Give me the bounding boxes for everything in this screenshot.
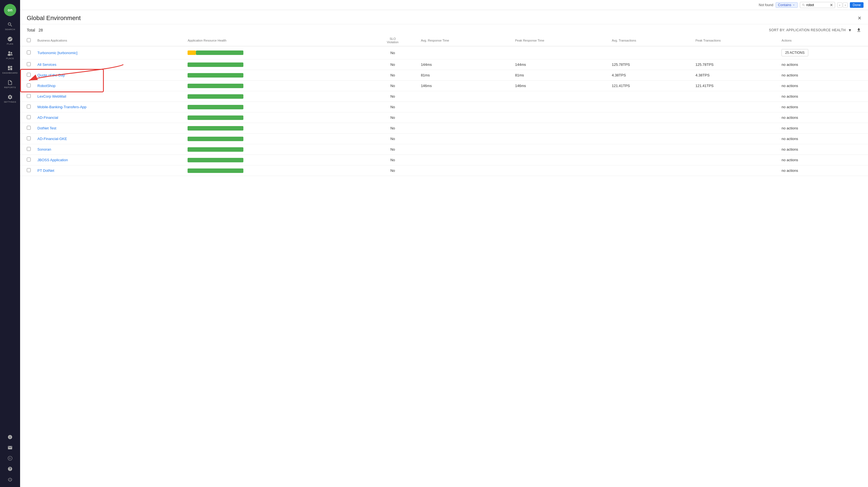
row-checkbox[interactable] [27, 115, 31, 119]
table-controls: Total 28 SORT BY: APPLICATION RESOURCE H… [20, 24, 868, 35]
peak-transactions [692, 123, 778, 134]
sort-controls: SORT BY: APPLICATION RESOURCE HEALTH ▼ [769, 28, 861, 33]
row-checkbox[interactable] [27, 84, 31, 87]
sidebar-item-plan-label: PLAN [7, 43, 13, 45]
app-name-link[interactable]: Mobile-Banking-Transfers-App [37, 105, 87, 109]
row-checkbox[interactable] [27, 105, 31, 108]
avg-response-time: 144ms [417, 59, 512, 70]
sidebar-power[interactable] [7, 475, 12, 484]
actions-button[interactable]: 25 ACTIONS [781, 49, 808, 56]
table-container: Business Applications Application Resour… [20, 35, 868, 487]
select-all-checkbox[interactable] [27, 38, 31, 42]
not-found-label: Not found [759, 3, 773, 7]
avg-response-time [417, 123, 512, 134]
next-result-button[interactable]: › [843, 2, 848, 7]
sidebar: on SEARCH PLAN PLACE DASHBOARD REPORTS S… [0, 0, 20, 487]
app-name-link[interactable]: AD-Financial [37, 116, 58, 120]
slo-violation: No [368, 70, 417, 80]
table-row: DotNet TestNono actions [20, 123, 868, 134]
search-input[interactable] [806, 3, 829, 7]
contains-dropdown-icon [793, 4, 795, 6]
app-name-link[interactable]: All Services [37, 63, 56, 67]
health-bar-green [196, 51, 243, 55]
row-checkbox[interactable] [27, 62, 31, 66]
app-name-link[interactable]: JBOSS Application [37, 158, 68, 162]
actions-cell: no actions [778, 91, 868, 102]
row-checkbox[interactable] [27, 73, 31, 77]
health-bar-container [188, 63, 249, 67]
peak-response-time [512, 165, 609, 176]
sidebar-item-settings[interactable]: SETTINGS [0, 92, 20, 106]
row-checkbox[interactable] [27, 126, 31, 130]
col-peak-response: Peak Response Time [512, 35, 609, 46]
col-peak-transactions: Peak Transactions [692, 35, 778, 46]
sidebar-mail[interactable] [7, 443, 12, 452]
health-bar-green [188, 147, 243, 152]
actions-cell: no actions [778, 102, 868, 112]
peak-response-time: 144ms [512, 59, 609, 70]
row-checkbox[interactable] [27, 147, 31, 151]
avg-response-time [417, 134, 512, 144]
row-checkbox[interactable] [27, 94, 31, 98]
app-name-link[interactable]: DotNet Test [37, 126, 56, 130]
contains-filter[interactable]: Contains [776, 2, 798, 8]
sidebar-item-search[interactable]: SEARCH [0, 19, 20, 33]
search-box[interactable]: ✕ [800, 2, 835, 8]
sidebar-item-plan[interactable]: PLAN [0, 33, 20, 48]
close-button[interactable]: × [858, 14, 861, 22]
app-name-link[interactable]: LexCorp WebMail [37, 94, 66, 98]
avg-transactions [609, 46, 692, 59]
actions-cell[interactable]: 25 ACTIONS [778, 46, 868, 59]
actions-cell: no actions [778, 165, 868, 176]
sidebar-item-reports[interactable]: REPORTS [0, 77, 20, 92]
row-checkbox[interactable] [27, 168, 31, 172]
logo-text: on [7, 8, 12, 12]
app-name-link[interactable]: Turbonomic [turbonomic] [37, 51, 77, 55]
avg-transactions: 4.38TPS [609, 70, 692, 80]
avg-transactions [609, 134, 692, 144]
app-name-link[interactable]: PT DotNet [37, 168, 54, 173]
health-bar-container [188, 158, 249, 162]
row-checkbox[interactable] [27, 136, 31, 140]
sidebar-item-dashboard[interactable]: DASHBOARD [0, 63, 20, 77]
peak-response-time [512, 155, 609, 165]
svg-text:G: G [9, 457, 10, 460]
row-checkbox[interactable] [27, 158, 31, 162]
prev-result-button[interactable]: ‹ [837, 2, 842, 7]
app-name-link[interactable]: Quote of the Day [37, 73, 65, 77]
sidebar-logo[interactable]: on [4, 4, 16, 16]
peak-transactions [692, 112, 778, 123]
sort-direction-icon[interactable]: ▼ [848, 28, 852, 32]
page-title: Global Environment [27, 14, 81, 22]
app-name-link[interactable]: Sonoran [37, 147, 51, 152]
google-icon: G [7, 456, 12, 461]
health-bar-green [188, 84, 243, 88]
avg-response-time [417, 46, 512, 59]
sidebar-help[interactable] [7, 464, 12, 474]
avg-transactions: 125.78TPS [609, 59, 692, 70]
mail-icon [7, 445, 12, 450]
health-bar-green [188, 158, 243, 162]
plan-icon [7, 36, 13, 42]
app-name-link[interactable]: RobotShop [37, 84, 56, 88]
sidebar-google[interactable]: G [7, 454, 12, 463]
row-checkbox[interactable] [27, 51, 31, 54]
table-row: Quote of the DayNo81ms81ms4.38TPS4.38TPS… [20, 70, 868, 80]
peak-response-time [512, 123, 609, 134]
done-button[interactable]: Done [850, 2, 864, 8]
peak-response-time: 146ms [512, 80, 609, 91]
sidebar-info[interactable] [7, 432, 12, 442]
table-row: PT DotNetNono actions [20, 165, 868, 176]
avg-transactions [609, 165, 692, 176]
slo-violation: No [368, 91, 417, 102]
actions-cell: no actions [778, 155, 868, 165]
peak-response-time [512, 134, 609, 144]
health-bar-container [188, 147, 249, 152]
peak-transactions [692, 144, 778, 155]
app-name-link[interactable]: AD-Financial-GKE [37, 137, 67, 141]
sidebar-item-dashboard-label: DASHBOARD [2, 72, 18, 74]
peak-transactions: 121.41TPS [692, 80, 778, 91]
sidebar-item-place[interactable]: PLACE [0, 48, 20, 63]
download-icon[interactable] [856, 28, 861, 33]
search-clear-icon[interactable]: ✕ [830, 3, 833, 7]
